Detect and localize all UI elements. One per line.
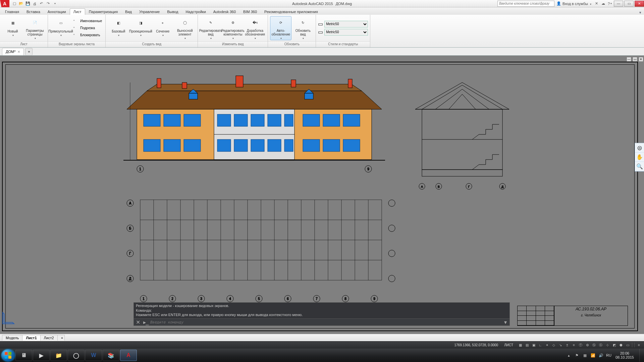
ribbon-tab-управление[interactable]: Управление — [136, 8, 163, 15]
ribbon-tab-вывод[interactable]: Вывод — [163, 8, 182, 15]
status-clean-toggle[interactable]: ▭ — [625, 343, 631, 348]
stayconnected-icon[interactable]: ☁ — [600, 1, 606, 7]
qat-more[interactable] — [52, 1, 58, 7]
qat-new-icon[interactable]: ▢ — [11, 1, 17, 7]
status-qp-toggle[interactable]: ⚙ — [584, 343, 590, 348]
qat-print-icon[interactable]: 🖨 — [32, 1, 38, 7]
edit-view[interactable]: ✎Редактировать вид — [200, 16, 221, 40]
add-layout-tab[interactable]: + — [57, 335, 65, 341]
command-recent-icon[interactable]: ▾ — [502, 319, 508, 325]
ribbon-tab-главная[interactable]: Главная — [1, 8, 23, 15]
signin-icon[interactable]: 👤 — [556, 1, 561, 6]
status-otrack-toggle[interactable]: ↘ — [557, 343, 564, 348]
symbol-sketch[interactable]: �чДоработка обозначения — [244, 16, 266, 40]
minimize-button[interactable]: — — [614, 1, 623, 7]
qat-save-icon[interactable]: 💾 — [25, 1, 31, 7]
ribbon-tab-аннотации[interactable]: Аннотации — [44, 8, 70, 15]
app-menu-button[interactable]: A — [0, 0, 9, 7]
tray-flag-icon[interactable]: ⚑ — [574, 353, 580, 358]
tray-up-icon[interactable]: ▴ — [566, 353, 572, 358]
restore-button[interactable]: ▭ — [624, 1, 634, 7]
edit-components[interactable]: ⚙Редактировать компоненты — [222, 16, 244, 40]
steering-wheel-icon[interactable]: ◎ — [635, 143, 644, 153]
tray-network-icon[interactable]: 📶 — [590, 353, 596, 358]
command-prompt-icon: ▸_ — [143, 319, 149, 325]
help-menu[interactable]: ? — [607, 1, 613, 7]
command-input[interactable] — [150, 320, 501, 324]
taskbar-app-winrar[interactable]: 📚 — [103, 350, 119, 361]
style-combo-1[interactable]: Metric50 — [324, 29, 368, 36]
pan-icon[interactable]: ✋ — [635, 153, 644, 162]
ribbon-tab-вставка[interactable]: Вставка — [23, 8, 44, 15]
status-hw-toggle[interactable]: ⬢ — [618, 343, 624, 348]
auto-update[interactable]: ⟳Авто-обновление — [270, 16, 291, 40]
new-layout[interactable]: ▦Новый — [2, 16, 23, 40]
status-ortho-toggle[interactable]: ∟ — [537, 343, 543, 348]
ribbon-tab-параметризация[interactable]: Параметризация — [85, 8, 121, 15]
layout-tab[interactable]: Лист2 — [40, 335, 58, 341]
update-view[interactable]: ↻Обновить вид — [292, 16, 314, 40]
page-setup[interactable]: 📄Параметры страницы — [24, 16, 46, 40]
status-customize-menu[interactable]: ≡ — [636, 343, 642, 348]
qat-open-icon[interactable]: 📂 — [18, 1, 24, 7]
command-close-icon[interactable]: ✕ — [135, 319, 141, 325]
close-button[interactable]: ✕ — [635, 1, 644, 7]
rectangular-viewport[interactable]: ▭Прямоугольный — [50, 16, 71, 40]
qat-redo-icon[interactable]: ↷ — [45, 1, 51, 7]
qat-undo-icon[interactable]: ↶ — [38, 1, 44, 7]
clip-viewport[interactable]: ▫Подрезка — [72, 25, 103, 32]
new-document-tab[interactable]: + — [25, 48, 33, 55]
signin-label[interactable]: Вход в службы — [562, 2, 588, 6]
lock-viewport[interactable]: ▫Блокировать — [72, 32, 103, 39]
named-viewports[interactable]: ▫Именованные — [72, 18, 103, 24]
ribbon-tab-вид[interactable]: Вид — [121, 8, 136, 15]
tray-language[interactable]: RU — [606, 353, 611, 357]
status-sc-toggle[interactable]: Ⓢ — [591, 343, 597, 348]
exchange-icon[interactable]: ✕ — [593, 1, 599, 7]
viewport-minimize-button[interactable]: — — [627, 57, 631, 62]
close-tab-icon[interactable]: ✕ — [17, 50, 20, 54]
ribbon-tab-autodesk 360[interactable]: Autodesk 360 — [210, 8, 239, 15]
taskbar-app-chrome[interactable]: ◯ — [68, 350, 85, 361]
ribbon-tab-рекомендованные приложения[interactable]: Рекомендованные приложения — [261, 8, 322, 15]
status-model-toggle[interactable]: ▦ — [517, 343, 523, 348]
taskbar-app-word[interactable]: W — [85, 350, 102, 361]
status-dyn-toggle[interactable]: ± — [564, 343, 570, 348]
layout-tab[interactable]: Лист1 — [22, 335, 40, 341]
ribbon-tab-bim 360[interactable]: BIM 360 — [239, 8, 261, 15]
zoom-extents-icon[interactable]: 🔍 — [635, 162, 644, 171]
base-view[interactable]: ◧Базовый — [108, 16, 129, 40]
taskbar-app-folder[interactable]: 📁 — [50, 350, 67, 361]
status-wcs-toggle[interactable]: ⊹ — [604, 343, 610, 348]
status-iso-toggle[interactable]: ◩ — [611, 343, 617, 348]
ribbon-tab-надстройки[interactable]: Надстройки — [182, 8, 209, 15]
status-grid-toggle[interactable]: ▤ — [524, 343, 530, 348]
tray-volume-icon[interactable]: 🔊 — [598, 353, 604, 358]
viewport-close-button[interactable]: ✕ — [639, 57, 643, 62]
taskbar-clock[interactable]: 20:06 08.10.2015 — [615, 351, 634, 359]
layout-tab[interactable]: Модель — [2, 335, 22, 341]
signin-menu[interactable] — [589, 2, 591, 6]
ribbon-panel-menu[interactable]: ▾ — [637, 10, 644, 15]
status-osnap-toggle[interactable]: ◇ — [551, 343, 557, 348]
section-view[interactable]: ⌖Сечение — [152, 16, 173, 40]
status-snap-toggle[interactable]: ▣ — [531, 343, 537, 348]
detail-view[interactable]: ◯Выносной элемент — [174, 16, 196, 40]
taskbar-app-mediaplayer[interactable]: ▶ — [33, 350, 50, 361]
projected-view[interactable]: ◨Проекционный — [130, 16, 151, 40]
taskbar-app-autocad[interactable]: A — [120, 350, 137, 361]
tray-action-icon[interactable]: ▦ — [582, 353, 588, 358]
status-tpy-toggle[interactable]: Ⓣ — [578, 343, 584, 348]
viewport-restore-button[interactable]: ▭ — [633, 57, 637, 62]
status-ann-toggle[interactable]: Ⓐ — [598, 343, 604, 348]
ribbon-tab-лист[interactable]: Лист — [70, 8, 85, 15]
document-tab[interactable]: ДОМ* ✕ — [2, 48, 24, 55]
start-button[interactable] — [1, 349, 15, 361]
taskbar-app-explorer[interactable]: 🖥 — [15, 350, 32, 361]
style-combo-0[interactable]: Metric50 — [324, 21, 368, 27]
show-desktop-button[interactable] — [639, 349, 643, 362]
drawing-area[interactable]: 1 9 — [0, 56, 644, 334]
infocenter-search-input[interactable] — [497, 1, 554, 7]
status-lwt-toggle[interactable]: ≡ — [571, 343, 577, 348]
status-polar-toggle[interactable]: ✴ — [544, 343, 550, 348]
